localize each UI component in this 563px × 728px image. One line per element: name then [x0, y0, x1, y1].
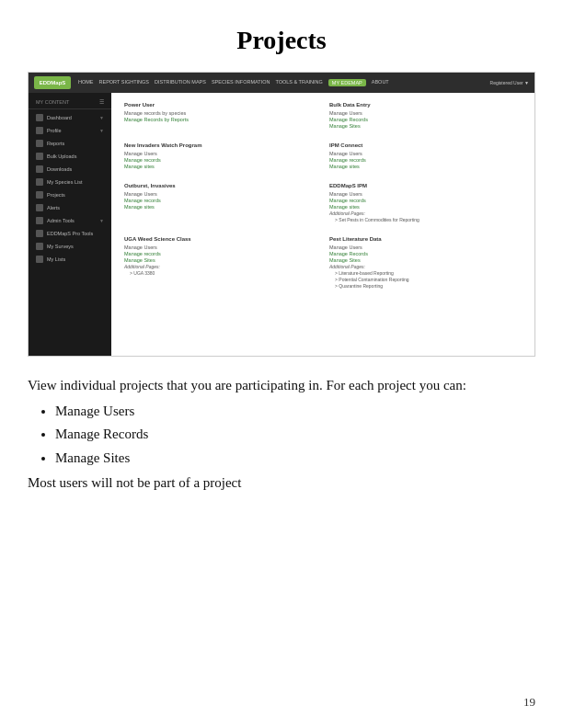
sidebar-item-species-list[interactable]: My Species List	[29, 176, 111, 188]
project-card-power-user: Power User Manage records by species Man…	[121, 98, 320, 133]
eddmaps-ipm-link-users[interactable]: Manage Users	[329, 191, 522, 197]
outburst-link-users[interactable]: Manage Users	[124, 191, 316, 197]
bulk-link-records[interactable]: Manage Records	[329, 117, 522, 122]
description-area: View individual projects that you are pa…	[0, 357, 563, 500]
nav-home[interactable]: HOME	[78, 79, 94, 86]
uga-weed-link-users[interactable]: Manage Users	[124, 245, 316, 250]
sidebar-item-projects[interactable]: Projects	[29, 188, 111, 201]
eddmaps-ipm-additional-label: Additional Pages:	[329, 210, 522, 216]
power-user-link-records-species[interactable]: Manage records by species	[124, 110, 316, 116]
nav-tools[interactable]: TOOLS & TRAINING	[275, 79, 322, 86]
ipm-connect-link-users[interactable]: Manage Users	[329, 151, 522, 156]
bullet-manage-records: Manage Records	[55, 423, 535, 447]
sidebar-item-downloads[interactable]: Downloads	[29, 163, 111, 176]
uga-weed-additional-label: Additional Pages:	[124, 264, 316, 269]
app-body: MY CONTENT ☰ Dashboard ▼ Profile ▼ Repor…	[29, 93, 534, 357]
project-title-invaders: New Invaders Watch Program	[124, 142, 316, 148]
project-card-eddmaps-ipm: EDDMapS IPM Manage Users Manage records …	[326, 179, 525, 227]
sidebar-label-pro: EDDMapS Pro Tools	[47, 231, 93, 236]
project-card-pest-lit: Pest Literature Data Manage Users Manage…	[326, 233, 525, 293]
sidebar-item-pro[interactable]: EDDMapS Pro Tools	[29, 227, 111, 240]
surveys-icon	[36, 243, 43, 250]
sidebar-label-bulk: Bulk Uploads	[47, 154, 76, 159]
pest-lit-link-sites[interactable]: Manage Sites	[329, 257, 522, 263]
project-title-power-user: Power User	[124, 102, 316, 108]
invaders-link-sites[interactable]: Manage sites	[124, 164, 316, 169]
invaders-link-users[interactable]: Manage Users	[124, 151, 316, 156]
pest-lit-sub-1: > Literature-based Reporting	[329, 270, 522, 276]
bullet-manage-sites: Manage Sites	[55, 447, 535, 471]
project-card-ipm-connect: IPM Connect Manage Users Manage records …	[326, 139, 525, 174]
sidebar-item-reports[interactable]: Reports	[29, 137, 111, 150]
power-user-link-records-reports[interactable]: Manage Records by Reports	[124, 117, 316, 122]
bullet-manage-users: Manage Users	[55, 400, 535, 424]
sidebar-label-lists: My Lists	[47, 256, 65, 262]
sidebar-label-alerts: Alerts	[47, 205, 60, 210]
nav-report[interactable]: REPORT SIGHTINGS	[99, 79, 150, 86]
admin-arrow: ▼	[99, 218, 104, 223]
sidebar-item-dashboard[interactable]: Dashboard ▼	[29, 111, 111, 124]
uga-weed-link-sites[interactable]: Manage Sites	[124, 257, 316, 263]
pest-lit-additional-label: Additional Pages:	[329, 264, 522, 269]
nav-links: HOME REPORT SIGHTINGS DISTRIBUTION MAPS …	[78, 79, 483, 86]
sidebar-item-bulk[interactable]: Bulk Uploads	[29, 150, 111, 163]
pest-lit-sub-3: > Quarantine Reporting	[329, 283, 522, 289]
main-content: Power User Manage records by species Man…	[111, 93, 534, 357]
sidebar-item-profile[interactable]: Profile ▼	[29, 124, 111, 137]
ipm-connect-link-records[interactable]: Manage records	[329, 157, 522, 163]
app-navbar: EDDMapS HOME REPORT SIGHTINGS DISTRIBUTI…	[29, 73, 534, 93]
pest-lit-link-users[interactable]: Manage Users	[329, 245, 522, 250]
project-title-pest-lit: Pest Literature Data	[329, 236, 522, 242]
pest-lit-link-records[interactable]: Manage Records	[329, 251, 522, 256]
bulk-link-sites[interactable]: Manage Sites	[329, 123, 522, 129]
sidebar-label-projects: Projects	[47, 192, 65, 198]
nav-dist[interactable]: DISTRIBUTION MAPS	[155, 79, 206, 86]
project-title-outburst: Outburst, Invasives	[124, 183, 316, 188]
sidebar-label-species: My Species List	[47, 179, 83, 185]
project-title-eddmaps-ipm: EDDMapS IPM	[329, 183, 522, 188]
sidebar-label-reports: Reports	[47, 141, 64, 146]
hamburger-icon[interactable]: ☰	[99, 99, 104, 105]
eddmaps-ipm-sub-pests: > Set Pests in Commodities for Reporting	[329, 217, 522, 222]
bottom-note: Most users will not be part of a project	[28, 475, 535, 491]
eddmaps-ipm-link-sites[interactable]: Manage sites	[329, 204, 522, 210]
sidebar-header-text: MY CONTENT	[36, 99, 69, 105]
bulk-link-users[interactable]: Manage Users	[329, 110, 522, 116]
profile-arrow: ▼	[99, 128, 104, 133]
sidebar-item-lists[interactable]: My Lists	[29, 253, 111, 266]
eddmaps-ipm-link-records[interactable]: Manage records	[329, 198, 522, 203]
bullet-list: Manage Users Manage Records Manage Sites	[28, 400, 535, 471]
pest-lit-sub-2: > Potential Contamination Reporting	[329, 277, 522, 282]
bulk-icon	[36, 153, 43, 160]
reports-icon	[36, 140, 43, 147]
uga-weed-link-records[interactable]: Manage records	[124, 251, 316, 256]
lists-icon	[36, 256, 43, 263]
sidebar-item-admin[interactable]: Admin Tools ▼	[29, 214, 111, 227]
outburst-link-sites[interactable]: Manage sites	[124, 204, 316, 210]
uga-weed-sub: > UGA 3380	[124, 270, 316, 276]
sidebar: MY CONTENT ☰ Dashboard ▼ Profile ▼ Repor…	[29, 93, 111, 357]
page-title: Projects	[0, 0, 563, 72]
project-card-bulk: Bulk Data Entry Manage Users Manage Reco…	[326, 98, 525, 133]
dashboard-arrow: ▼	[99, 115, 104, 120]
nav-myedemap[interactable]: MY EDEMAP	[328, 79, 366, 86]
project-card-invaders: New Invaders Watch Program Manage Users …	[121, 139, 320, 174]
downloads-icon	[36, 165, 43, 173]
nav-about[interactable]: ABOUT	[372, 79, 389, 86]
sidebar-label-dashboard: Dashboard	[47, 115, 72, 120]
description-intro: View individual projects that you are pa…	[28, 375, 535, 396]
screenshot-container: EDDMapS HOME REPORT SIGHTINGS DISTRIBUTI…	[28, 72, 535, 357]
alerts-icon	[36, 204, 43, 211]
projects-grid: Power User Manage records by species Man…	[121, 98, 525, 293]
projects-icon	[36, 191, 43, 199]
nav-user[interactable]: Registered User ▼	[490, 80, 529, 85]
outburst-link-records[interactable]: Manage records	[124, 198, 316, 203]
profile-icon	[36, 127, 43, 134]
sidebar-item-surveys[interactable]: My Surveys	[29, 240, 111, 253]
dashboard-icon	[36, 114, 43, 121]
species-list-icon	[36, 178, 43, 186]
sidebar-item-alerts[interactable]: Alerts	[29, 201, 111, 214]
nav-species[interactable]: SPECIES INFORMATION	[212, 79, 270, 86]
invaders-link-records[interactable]: Manage records	[124, 157, 316, 163]
ipm-connect-link-sites[interactable]: Manage sites	[329, 164, 522, 169]
